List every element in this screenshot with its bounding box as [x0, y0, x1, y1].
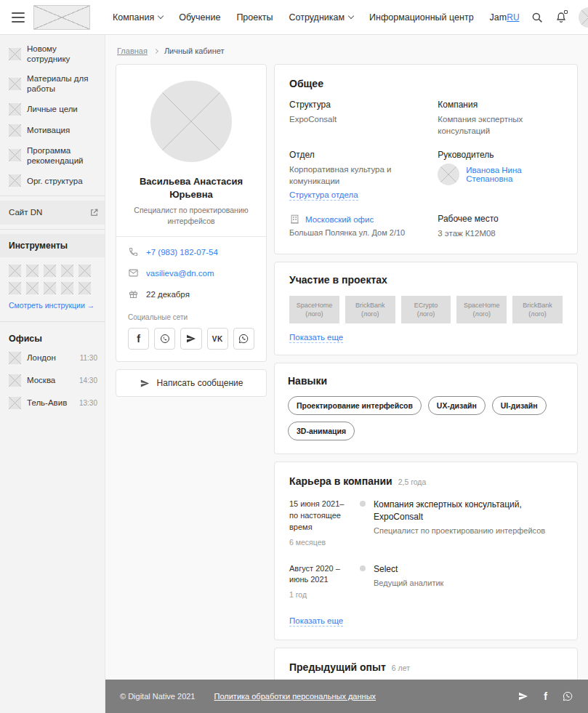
sidebar-item-label: Личные цели: [27, 104, 99, 114]
write-message-button[interactable]: Написать сообщение: [116, 369, 267, 397]
project-name: ECrypto: [414, 301, 438, 310]
menu-icon[interactable]: [12, 12, 25, 23]
search-icon[interactable]: [531, 11, 544, 24]
nav-item-jam[interactable]: Jam: [490, 12, 507, 23]
project-logo[interactable]: BrickBank(лого): [345, 296, 395, 323]
whatsapp-icon[interactable]: [233, 328, 254, 350]
projects-show-more-link[interactable]: Показать еще: [289, 333, 343, 343]
chevron-down-icon: [158, 13, 164, 19]
bell-icon[interactable]: [555, 11, 568, 24]
profile-column: Васильева Анастасия Юрьевна Специалист п…: [116, 64, 267, 397]
project-logo[interactable]: BrickBank(лого): [512, 296, 563, 323]
previous-duration: 6 лет: [392, 664, 410, 672]
main-content: Главная Личный кабинет Васильева Анастас…: [105, 35, 588, 713]
nav-item-employees[interactable]: Сотрудникам: [289, 12, 354, 23]
nav-item-info-center[interactable]: Информационный центр: [369, 12, 474, 23]
language-switch[interactable]: RU: [507, 12, 519, 23]
nav-item-projects[interactable]: Проекты: [236, 12, 273, 23]
privacy-policy-link[interactable]: Политика обработки персональных данных: [214, 692, 376, 701]
tool-app-icon[interactable]: [9, 282, 21, 294]
nav-item-company[interactable]: Компания: [113, 12, 163, 23]
tool-app-icon[interactable]: [9, 265, 21, 277]
career-duration: 2,5 года: [398, 478, 427, 486]
career-entry: Август 2020 – июнь 2021 1 год Select Вед…: [289, 563, 563, 601]
viber-icon[interactable]: [154, 328, 175, 350]
projects-title: Участие в проектах: [289, 274, 563, 286]
tool-app-icon[interactable]: [44, 265, 56, 277]
facebook-icon[interactable]: f: [544, 691, 547, 702]
tool-app-icon[interactable]: [78, 282, 91, 294]
office-city: Лондон: [27, 353, 74, 362]
manager-avatar: [438, 164, 459, 185]
project-logos: SpaceHome(лого) BrickBank(лого) ECrypto(…: [289, 296, 563, 323]
birthday-row: 22 декабря: [128, 283, 254, 305]
career-title-text: Карьера в компании: [289, 475, 392, 487]
skill-chip: UI-дизайн: [492, 396, 547, 415]
telegram-icon[interactable]: [180, 328, 201, 350]
sidebar-item-label: Мотивация: [27, 125, 99, 135]
placeholder-icon: [9, 103, 21, 116]
email-link[interactable]: vasilieva@dn.com: [146, 269, 214, 278]
project-name: BrickBank: [355, 301, 385, 310]
project-logo[interactable]: ECrypto(лого): [401, 296, 451, 323]
tool-app-icon[interactable]: [26, 282, 39, 294]
manager-name-link[interactable]: Иванова Нина Степановна: [466, 166, 563, 183]
entry-body: Select Ведущий аналитик: [374, 563, 563, 601]
offices-section-title: Офисы: [0, 326, 105, 347]
whatsapp-icon[interactable]: [562, 690, 573, 702]
sidebar-item-site-dn[interactable]: Сайт DN: [0, 201, 105, 224]
user-avatar[interactable]: [579, 7, 588, 28]
office-link[interactable]: Московский офис: [305, 215, 374, 224]
content-columns: Васильева Анастасия Юрьевна Специалист п…: [105, 64, 588, 680]
write-message-label: Написать сообщение: [157, 378, 243, 388]
vk-icon[interactable]: VK: [207, 328, 228, 350]
manager-row: Иванова Нина Степановна: [438, 164, 563, 185]
nav-item-learning[interactable]: Обучение: [179, 12, 220, 23]
entry-organization: Компания экспертных консультаций, ExpoCo…: [374, 499, 563, 522]
office-city: Москва: [27, 376, 73, 384]
sidebar-item-work-materials[interactable]: Материалы для работы: [0, 69, 105, 99]
logo-placeholder[interactable]: [33, 5, 90, 30]
details-column: Общее Структура ExpoConsalt Компания Ком…: [274, 64, 578, 680]
facebook-glyph: f: [137, 333, 140, 345]
profile-name: Васильева Анастасия Юрьевна: [128, 175, 254, 201]
tools-instructions-link[interactable]: Смотреть инструкции →: [0, 301, 103, 317]
telegram-icon[interactable]: [517, 690, 529, 702]
social-buttons: f VK: [128, 328, 254, 350]
department-structure-link[interactable]: Структура отдела: [289, 190, 358, 201]
career-show-more-link[interactable]: Показать еще: [289, 616, 343, 627]
tool-app-icon[interactable]: [61, 282, 73, 294]
career-title: Карьера в компании2,5 года: [289, 475, 563, 487]
tool-app-icon[interactable]: [61, 265, 73, 277]
timeline-gutter: [352, 563, 374, 601]
project-logo[interactable]: SpaceHome(лого): [289, 296, 339, 323]
nav-label: Обучение: [179, 12, 220, 23]
manager-field: Руководитель Иванова Нина Степановна: [438, 150, 563, 201]
entry-length: 1 год: [289, 589, 352, 600]
sidebar-item-referral-program[interactable]: Программа рекомендаций: [0, 141, 105, 171]
sidebar-item-motivation[interactable]: Мотивация: [0, 120, 105, 141]
nav-label: Информационный центр: [369, 12, 474, 23]
office-row-moscow: Москва 14:30: [0, 369, 105, 392]
structure-label: Структура: [289, 100, 420, 110]
tool-app-icon[interactable]: [44, 282, 56, 294]
facebook-glyph: f: [544, 690, 547, 702]
footer: © Digital Native 2021 Политика обработки…: [105, 680, 588, 713]
placeholder-icon: [9, 397, 21, 409]
tool-app-icon[interactable]: [26, 265, 39, 277]
breadcrumb-home-link[interactable]: Главная: [117, 47, 148, 55]
sidebar-item-personal-goals[interactable]: Личные цели: [0, 99, 105, 120]
company-label: Компания: [438, 100, 563, 110]
office-row-tel-aviv: Тель-Авив 13:30: [0, 392, 105, 414]
tool-app-icon[interactable]: [78, 265, 91, 277]
facebook-icon[interactable]: f: [128, 328, 149, 350]
sidebar-item-org-structure[interactable]: Орг. структура: [0, 170, 105, 191]
general-grid: Структура ExpoConsalt Компания Компания …: [289, 100, 563, 239]
phone-link[interactable]: +7 (983) 182-07-54: [146, 248, 218, 257]
social-networks-label: Социальные сети: [128, 313, 254, 321]
project-caption: (лого): [305, 310, 323, 318]
project-logo[interactable]: SpaceHome(лого): [456, 296, 507, 323]
birthday-value: 22 декабря: [146, 290, 190, 299]
sidebar-item-new-employee[interactable]: Новому сотруднику: [0, 39, 105, 69]
project-name: BrickBank: [523, 301, 552, 310]
